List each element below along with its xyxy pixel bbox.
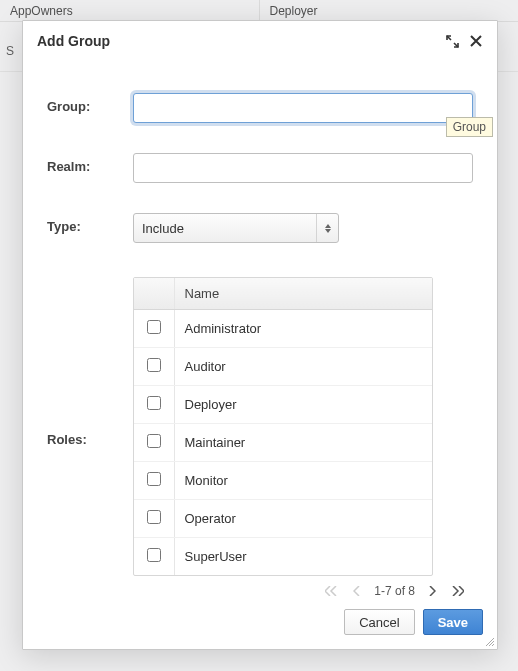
row-roles: Roles: Name AdministratorAuditorDeployer… — [47, 277, 473, 597]
cancel-button[interactable]: Cancel — [344, 609, 414, 635]
close-icon[interactable] — [469, 34, 483, 48]
pager: 1-7 of 8 — [133, 576, 473, 597]
col-name: Name — [174, 278, 432, 310]
label-roles: Roles: — [47, 432, 133, 447]
row-checkbox[interactable] — [147, 396, 161, 410]
row-checkbox[interactable] — [147, 320, 161, 334]
table-row: Operator — [134, 500, 432, 538]
add-group-dialog: Add Group Group: Group Realm: Type: — [22, 20, 498, 650]
row-checkbox[interactable] — [147, 510, 161, 524]
realm-input[interactable] — [133, 153, 473, 183]
type-select[interactable]: Include — [133, 213, 339, 243]
pager-first-icon[interactable] — [322, 582, 340, 597]
row-checkbox[interactable] — [147, 434, 161, 448]
maximize-icon[interactable] — [445, 34, 459, 48]
row-realm: Realm: — [47, 153, 473, 183]
table-row: Maintainer — [134, 424, 432, 462]
resize-grip-icon[interactable] — [483, 635, 495, 647]
label-type: Type: — [47, 213, 133, 234]
pager-prev-icon[interactable] — [348, 582, 366, 597]
pager-text: 1-7 of 8 — [374, 584, 415, 597]
row-name: Maintainer — [174, 424, 432, 462]
row-checkbox-cell — [134, 462, 174, 500]
dialog-footer: Cancel Save — [23, 597, 497, 649]
save-button[interactable]: Save — [423, 609, 483, 635]
row-checkbox[interactable] — [147, 358, 161, 372]
group-input[interactable] — [133, 93, 473, 123]
type-select-value: Include — [134, 221, 316, 236]
chevron-updown-icon — [316, 214, 338, 242]
table-row: SuperUser — [134, 538, 432, 576]
group-tooltip: Group — [446, 117, 493, 137]
table-row: Deployer — [134, 386, 432, 424]
table-row: Administrator — [134, 310, 432, 348]
row-checkbox-cell — [134, 500, 174, 538]
row-name: SuperUser — [174, 538, 432, 576]
table-row: Monitor — [134, 462, 432, 500]
row-name: Auditor — [174, 348, 432, 386]
row-group: Group: Group — [47, 93, 473, 123]
pager-last-icon[interactable] — [449, 582, 467, 597]
row-checkbox-cell — [134, 424, 174, 462]
table-row: Auditor — [134, 348, 432, 386]
dialog-title: Add Group — [37, 33, 110, 49]
row-checkbox[interactable] — [147, 472, 161, 486]
col-checkbox — [134, 278, 174, 310]
pager-next-icon[interactable] — [423, 582, 441, 597]
row-type: Type: Include — [47, 213, 473, 243]
dialog-header: Add Group — [23, 21, 497, 61]
row-checkbox-cell — [134, 386, 174, 424]
label-realm: Realm: — [47, 153, 133, 174]
row-checkbox-cell — [134, 348, 174, 386]
row-checkbox[interactable] — [147, 548, 161, 562]
row-checkbox-cell — [134, 538, 174, 576]
roles-grid: Name AdministratorAuditorDeployerMaintai… — [133, 277, 433, 576]
dialog-body: Group: Group Realm: Type: Include — [23, 61, 497, 597]
label-group: Group: — [47, 93, 133, 114]
row-name: Monitor — [174, 462, 432, 500]
row-name: Administrator — [174, 310, 432, 348]
row-name: Operator — [174, 500, 432, 538]
row-name: Deployer — [174, 386, 432, 424]
row-checkbox-cell — [134, 310, 174, 348]
